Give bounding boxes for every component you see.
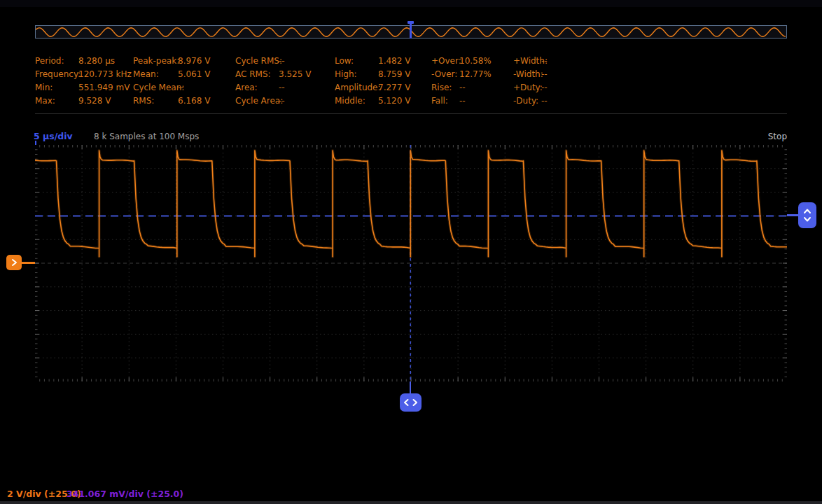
measurement-label: Min: — [35, 81, 53, 94]
measurement-value: -- — [178, 81, 184, 94]
measurement-label: Period: — [35, 55, 64, 68]
chevron-down-icon — [803, 216, 811, 223]
measurement-label: AC RMS: — [235, 68, 271, 81]
channel-offset-handle[interactable] — [6, 255, 22, 270]
chevron-left-icon — [403, 398, 410, 407]
timebase-label[interactable]: 5 µs/div — [34, 131, 73, 141]
measurement-label: -Duty: — [513, 94, 538, 108]
measurement-value: -- — [541, 68, 548, 81]
measurement-label: -Width: — [513, 68, 543, 81]
measurement-label: Area: — [235, 81, 258, 94]
measurement-label: Cycle Area: — [235, 94, 283, 108]
measurement-value: -- — [459, 94, 466, 108]
measurement-label: Low: — [335, 55, 354, 68]
measurement-label: Max: — [35, 94, 55, 108]
measurement-value: -- — [459, 81, 466, 94]
measurement-value: 3.525 V — [279, 68, 311, 81]
acquisition-state-label: Stop — [768, 132, 787, 141]
measurement-label: Peak-peak: — [133, 55, 179, 68]
separator-line — [35, 113, 787, 114]
measurement-value: 8.759 V — [378, 68, 410, 81]
oscilloscope-screen: Period:8.280 µsFrequency:120.773 kHzMin:… — [0, 0, 822, 504]
math-channel-scale-label[interactable]: 341.067 mV/div (±25.0) — [67, 489, 183, 499]
measurement-value: 120.773 kHz — [78, 68, 132, 81]
samples-info-label: 8 k Samples at 100 Msps — [94, 132, 199, 141]
measurement-label: +Duty: — [513, 81, 543, 94]
trigger-position-handle[interactable] — [400, 393, 422, 412]
measurement-value: 5.061 V — [178, 68, 210, 81]
chevron-right-icon — [412, 398, 418, 407]
measurement-value: 1.482 V — [378, 55, 410, 68]
measurement-label: Middle: — [335, 94, 365, 108]
trigger-level-handle[interactable] — [798, 202, 816, 228]
chevron-up-icon — [803, 208, 811, 214]
measurement-label: Rise: — [431, 81, 452, 94]
measurement-value: -- — [541, 81, 548, 94]
measurement-label: Mean: — [133, 68, 159, 81]
measurement-label: High: — [335, 68, 357, 81]
measurement-value: 10.58% — [459, 55, 492, 68]
measurement-value: -- — [279, 81, 285, 94]
trigger-marker-icon[interactable] — [406, 21, 415, 38]
measurement-label: RMS: — [133, 94, 154, 108]
measurement-value: 5.120 V — [378, 94, 410, 108]
measurement-value: 6.168 V — [178, 94, 210, 108]
bottom-strip — [0, 501, 822, 504]
waveform-plot[interactable] — [35, 145, 787, 382]
trigger-position-stem — [410, 382, 412, 394]
trigger-marker-cap — [407, 21, 414, 24]
waveform-trace — [35, 145, 787, 382]
measurement-value: 12.77% — [459, 68, 492, 81]
measurement-label: Fall: — [431, 94, 448, 108]
measurement-value: 7.277 V — [378, 81, 410, 94]
measurement-value: -- — [279, 55, 285, 68]
measurement-label: +Over: — [431, 55, 461, 68]
measurement-value: 9.528 V — [78, 94, 111, 108]
measurement-label: Amplitude: — [335, 81, 381, 94]
measurement-label: Frequency: — [35, 68, 81, 81]
measurement-value: 8.976 V — [178, 55, 210, 68]
measurement-value: 551.949 mV — [78, 81, 130, 94]
top-band — [0, 0, 822, 7]
measurement-value: -- — [541, 55, 548, 68]
chevron-right-icon — [11, 258, 18, 267]
measurement-label: -Over: — [431, 68, 457, 81]
channel-offset-indicator-line — [21, 262, 35, 264]
measurement-value: 8.280 µs — [78, 55, 115, 68]
measurement-label: Cycle Mean: — [133, 81, 184, 94]
measurement-value: -- — [279, 94, 285, 108]
measurement-label: Cycle RMS: — [235, 55, 282, 68]
measurement-value: -- — [541, 94, 548, 108]
trigger-level-indicator-line — [787, 214, 798, 216]
